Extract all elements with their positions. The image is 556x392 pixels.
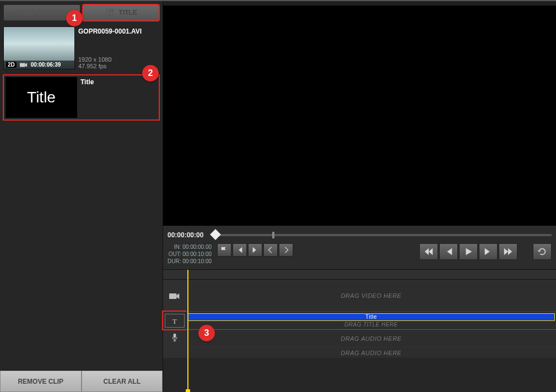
svg-rect-0 bbox=[24, 10, 31, 15]
remove-clip-label: REMOVE CLIP bbox=[18, 378, 63, 385]
thumb-mode: 2D bbox=[6, 62, 17, 68]
title-clip-label: Title bbox=[365, 314, 377, 320]
step-fwd-icon bbox=[483, 247, 493, 257]
chevron-left-icon bbox=[267, 246, 274, 254]
bottom-buttons: REMOVE CLIP CLEAR ALL bbox=[0, 370, 163, 392]
title-thumbnail: Title bbox=[6, 77, 77, 118]
play-icon bbox=[463, 247, 473, 257]
annotation-3-text: 3 bbox=[204, 328, 209, 338]
svg-rect-8 bbox=[174, 334, 176, 338]
audio-track-row-2: DRAG AUDIO HERE bbox=[163, 347, 556, 358]
title-track-body[interactable]: Title DRAG TITLE HERE bbox=[186, 312, 556, 329]
clear-all-label: CLEAR ALL bbox=[103, 378, 141, 385]
svg-point-1 bbox=[30, 9, 33, 11]
next-frame-icon bbox=[251, 246, 259, 254]
annotation-badge-3: 3 bbox=[198, 325, 215, 341]
video-track-body[interactable]: DRAG VIDEO HERE bbox=[186, 280, 556, 312]
media-thumbnail: 2D 00:00:06:39 bbox=[3, 26, 75, 69]
scrub-out-marker[interactable] bbox=[272, 232, 274, 238]
title-track-icon: T bbox=[169, 317, 180, 325]
thumb-overlay: 2D 00:00:06:39 bbox=[4, 61, 74, 69]
flag-in-icon bbox=[220, 246, 228, 254]
media-filename: GOPR0059-0001.AVI bbox=[78, 28, 142, 35]
fast-forward-button[interactable] bbox=[499, 243, 517, 260]
title-clip[interactable]: Title bbox=[187, 313, 555, 321]
control-row: IN: 00:00:00.00 OUT: 00:00:10:00 DUR: 00… bbox=[168, 243, 552, 265]
step-back-button[interactable] bbox=[439, 243, 458, 260]
next-frame-button[interactable] bbox=[248, 243, 262, 257]
title-meta: Title bbox=[80, 77, 94, 118]
scrub-row: 00:00:00:00 bbox=[168, 231, 552, 239]
annotation-badge-2: 2 bbox=[142, 65, 159, 81]
remove-clip-button[interactable]: REMOVE CLIP bbox=[0, 371, 82, 392]
step-back-icon bbox=[444, 247, 454, 257]
video-track-row: DRAG VIDEO HERE bbox=[163, 280, 556, 312]
thumb-duration: 00:00:06:39 bbox=[31, 62, 61, 68]
scrub-playhead-icon[interactable] bbox=[210, 229, 221, 240]
title-label: Title bbox=[80, 78, 94, 86]
loop-button[interactable] bbox=[533, 243, 552, 260]
prev-frame-button[interactable] bbox=[233, 243, 247, 257]
annotation-badge-1: 1 bbox=[66, 10, 83, 26]
in-out-readout: IN: 00:00:00.00 OUT: 00:00:10:00 DUR: 00… bbox=[168, 243, 212, 265]
in-value: 00:00:00.00 bbox=[182, 244, 212, 250]
tab-title[interactable]: T TITLE bbox=[83, 4, 160, 21]
audio-track-body-2[interactable]: DRAG AUDIO HERE bbox=[186, 347, 556, 358]
annotation-2-text: 2 bbox=[148, 68, 153, 78]
microphone-icon bbox=[169, 333, 180, 342]
transport-bar: 00:00:00:00 IN: 00:00:00.00 OUT: 00:00:1… bbox=[163, 226, 556, 269]
timeline-ruler[interactable] bbox=[163, 270, 556, 280]
clip-icon bbox=[20, 62, 28, 68]
next-clip-button[interactable] bbox=[279, 243, 293, 257]
title-icon: T bbox=[105, 9, 116, 17]
rewind-button[interactable] bbox=[419, 243, 438, 260]
audio-drop-hint-1: DRAG AUDIO HERE bbox=[341, 335, 401, 342]
left-panel: MEDIA T TITLE 2D 00:00:06:39 GOPR0059-00… bbox=[0, 1, 163, 392]
scrub-track[interactable] bbox=[213, 234, 552, 236]
media-meta: GOPR0059-0001.AVI 1920 x 1080 47.952 fps bbox=[78, 26, 142, 69]
mark-buttons bbox=[217, 243, 293, 257]
right-side: 00:00:00:00 IN: 00:00:00.00 OUT: 00:00:1… bbox=[163, 1, 556, 392]
app-root: MEDIA T TITLE 2D 00:00:06:39 GOPR0059-00… bbox=[0, 0, 556, 392]
video-track-icon bbox=[169, 292, 180, 301]
timeline-playhead[interactable] bbox=[187, 270, 188, 392]
out-value: 00:00:10:00 bbox=[182, 251, 212, 257]
preview-viewport[interactable] bbox=[163, 6, 556, 226]
annotation-1-text: 1 bbox=[72, 13, 77, 23]
video-track-head[interactable] bbox=[163, 280, 186, 312]
title-track-head[interactable]: T bbox=[163, 312, 186, 329]
audio-drop-hint-2: DRAG AUDIO HERE bbox=[341, 350, 401, 356]
play-button[interactable] bbox=[459, 243, 478, 260]
svg-rect-6 bbox=[169, 293, 176, 299]
title-drop-hint: DRAG TITLE HERE bbox=[187, 322, 555, 329]
title-track-row: T Title DRAG TITLE HERE bbox=[163, 312, 556, 329]
audio-track-body-1[interactable]: DRAG AUDIO HERE bbox=[186, 330, 556, 347]
prev-frame-icon bbox=[236, 246, 244, 254]
media-item[interactable]: 2D 00:00:06:39 GOPR0059-0001.AVI 1920 x … bbox=[3, 24, 159, 72]
tab-media-label: MEDIA bbox=[38, 9, 60, 17]
svg-text:T: T bbox=[172, 317, 177, 325]
player-timecode: 00:00:00:00 bbox=[168, 231, 208, 239]
rewind-icon bbox=[424, 247, 434, 257]
media-fps: 47.952 fps bbox=[78, 63, 142, 69]
clear-all-button[interactable]: CLEAR ALL bbox=[82, 371, 163, 392]
audio-track-head[interactable] bbox=[163, 330, 186, 347]
prev-clip-button[interactable] bbox=[263, 243, 278, 257]
audio-track-row-1: DRAG AUDIO HERE bbox=[163, 329, 556, 347]
timeline: DRAG VIDEO HERE T Title DRAG TITLE HERE … bbox=[163, 269, 556, 392]
in-label: IN: bbox=[174, 244, 181, 250]
playback-buttons bbox=[419, 243, 517, 260]
out-label: OUT: bbox=[169, 251, 181, 257]
dur-value: 00:00:10:00 bbox=[182, 258, 212, 264]
mark-in-button[interactable] bbox=[217, 243, 231, 257]
video-drop-hint: DRAG VIDEO HERE bbox=[341, 292, 401, 299]
camera-icon bbox=[24, 9, 35, 17]
title-item[interactable]: Title Title bbox=[3, 75, 159, 120]
title-thumb-text: Title bbox=[27, 89, 56, 106]
media-list: 2D 00:00:06:39 GOPR0059-0001.AVI 1920 x … bbox=[0, 21, 163, 370]
media-resolution: 1920 x 1080 bbox=[78, 56, 142, 63]
chevron-right-icon bbox=[282, 246, 290, 254]
step-forward-button[interactable] bbox=[479, 243, 498, 260]
loop-icon bbox=[537, 247, 547, 257]
audio-track-head-2[interactable] bbox=[163, 347, 186, 358]
